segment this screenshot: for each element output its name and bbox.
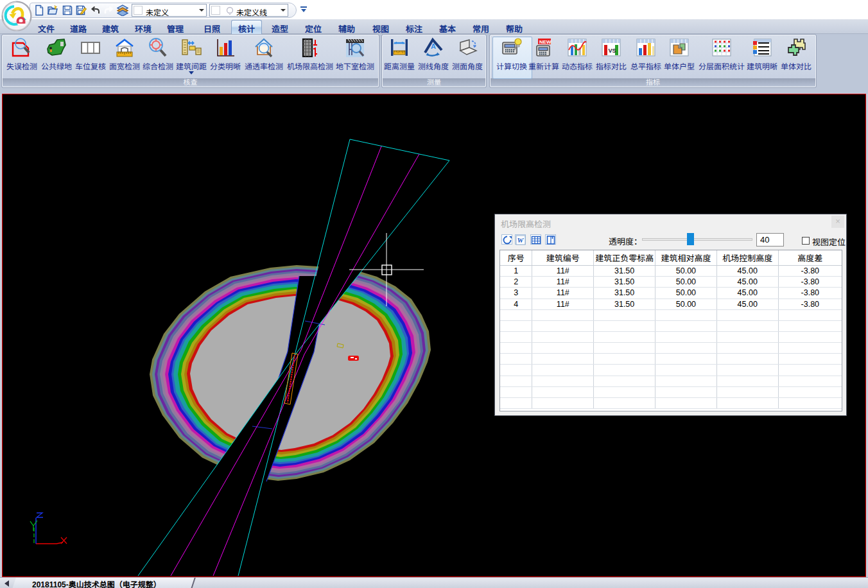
svg-text:A: A bbox=[431, 42, 436, 50]
svg-text:NEW: NEW bbox=[539, 39, 551, 45]
svg-text:W: W bbox=[517, 236, 525, 244]
svg-text:VS: VS bbox=[609, 48, 616, 54]
